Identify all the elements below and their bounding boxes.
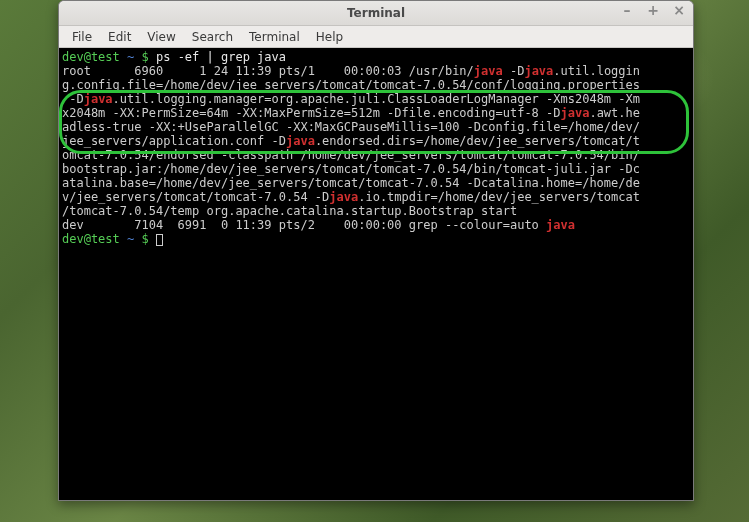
prompt-symbol: $ [142,50,149,64]
menu-search[interactable]: Search [185,28,240,46]
prompt-path: ~ [127,232,134,246]
output-line: bootstrap.jar:/home/dev/jee_servers/tomc… [62,162,640,176]
maximize-button[interactable]: + [647,4,659,16]
window-controls: – + × [621,4,685,16]
output-line: .io.tmpdir=/home/dev/jee_servers/tomcat [358,190,640,204]
output-line: jee_servers/application.conf -D [62,134,286,148]
menu-file[interactable]: File [65,28,99,46]
output-line: adless-true -XX:+UseParallelGC -XX:MaxGC… [62,120,640,134]
output-line: atalina.base=/home/dev/jee_servers/tomca… [62,176,640,190]
java-highlight: java [329,190,358,204]
output-line: root 6960 1 24 11:39 pts/1 00:00:03 /usr… [62,64,474,78]
terminal-window: Terminal – + × File Edit View Search Ter… [58,0,694,501]
output-line: .util.loggin [553,64,640,78]
menu-help[interactable]: Help [309,28,350,46]
menu-terminal[interactable]: Terminal [242,28,307,46]
output-line: x2048m -XX:PermSize=64m -XX:MaxPermSize=… [62,106,561,120]
output-line: dev 7104 6991 0 11:39 pts/2 00:00:00 gre… [62,218,546,232]
output-line: .endorsed.dirs=/home/dev/jee_servers/tom… [315,134,640,148]
titlebar[interactable]: Terminal – + × [59,1,693,26]
prompt-path: ~ [127,50,134,64]
menu-edit[interactable]: Edit [101,28,138,46]
prompt-user: dev@test [62,232,120,246]
cursor [156,234,163,246]
java-highlight: java [474,64,503,78]
output-line: v/jee_servers/tomcat/tomcat-7.0.54 -D [62,190,329,204]
menu-view[interactable]: View [140,28,182,46]
output-line: g.config.file=/home/dev/jee_servers/tomc… [62,78,640,92]
output-line: /tomcat-7.0.54/temp org.apache.catalina.… [62,204,517,218]
java-highlight: java [286,134,315,148]
output-line: -D [503,64,525,78]
prompt-symbol: $ [142,232,149,246]
close-button[interactable]: × [673,4,685,16]
window-title: Terminal [347,6,405,20]
java-highlight: java [524,64,553,78]
minimize-button[interactable]: – [621,4,633,16]
output-line: -D [62,92,84,106]
command-text: ps -ef | grep java [156,50,286,64]
java-highlight: java [561,106,590,120]
java-highlight: java [84,92,113,106]
output-line: .util.logging.manager=org.apache.juli.Cl… [113,92,640,106]
output-line: .awt.he [589,106,640,120]
output-line: omcat-7.0.54/endorsed -classpath /home/d… [62,148,640,162]
java-highlight: java [546,218,575,232]
prompt-user: dev@test [62,50,120,64]
terminal-area[interactable]: dev@test ~ $ ps -ef | grep java root 696… [59,48,693,500]
menubar: File Edit View Search Terminal Help [59,26,693,48]
